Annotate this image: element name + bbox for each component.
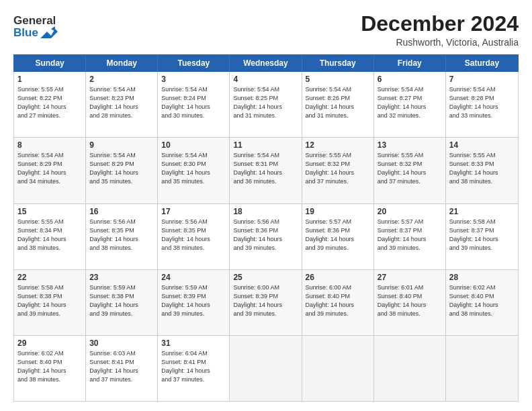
header-sunday: Sunday	[14, 55, 86, 71]
logo-icon	[40, 26, 58, 38]
calendar: Sunday Monday Tuesday Wednesday Thursday…	[13, 54, 519, 402]
day-13: 13 Sunrise: 5:55 AMSunset: 8:32 PMDaylig…	[374, 138, 446, 203]
day-23: 23 Sunrise: 5:59 AMSunset: 8:38 PMDaylig…	[86, 270, 158, 335]
svg-marker-0	[40, 29, 58, 38]
header-monday: Monday	[86, 55, 158, 71]
day-14: 14 Sunrise: 5:55 AMSunset: 8:33 PMDaylig…	[446, 138, 518, 203]
day-17: 17 Sunrise: 5:56 AMSunset: 8:35 PMDaylig…	[158, 204, 230, 269]
week-2: 8 Sunrise: 5:54 AMSunset: 8:29 PMDayligh…	[14, 138, 518, 203]
week-4: 22 Sunrise: 5:58 AMSunset: 8:38 PMDaylig…	[14, 270, 518, 336]
day-16: 16 Sunrise: 5:56 AMSunset: 8:35 PMDaylig…	[86, 204, 158, 269]
location-title: Rushworth, Victoria, Australia	[361, 37, 519, 48]
day-24: 24 Sunrise: 5:59 AMSunset: 8:39 PMDaylig…	[158, 270, 230, 335]
month-title: December 2024	[361, 12, 519, 36]
header-thursday: Thursday	[302, 55, 374, 71]
empty-cell-2	[302, 336, 374, 401]
svg-marker-1	[51, 26, 55, 32]
header: General Blue December 2024 Rushworth, Vi…	[13, 12, 519, 48]
day-4: 4 Sunrise: 5:54 AMSunset: 8:25 PMDayligh…	[230, 72, 302, 137]
day-25: 25 Sunrise: 6:00 AMSunset: 8:39 PMDaylig…	[230, 270, 302, 335]
week-3: 15 Sunrise: 5:55 AMSunset: 8:34 PMDaylig…	[14, 204, 518, 270]
day-8: 8 Sunrise: 5:54 AMSunset: 8:29 PMDayligh…	[14, 138, 86, 203]
day-3: 3 Sunrise: 5:54 AMSunset: 8:24 PMDayligh…	[158, 72, 230, 137]
day-20: 20 Sunrise: 5:57 AMSunset: 8:37 PMDaylig…	[374, 204, 446, 269]
empty-cell-3	[374, 336, 446, 401]
day-26: 26 Sunrise: 6:00 AMSunset: 8:40 PMDaylig…	[302, 270, 374, 335]
day-28: 28 Sunrise: 6:02 AMSunset: 8:40 PMDaylig…	[446, 270, 518, 335]
title-block: December 2024 Rushworth, Victoria, Austr…	[361, 12, 519, 48]
calendar-body: 1 Sunrise: 5:55 AMSunset: 8:22 PMDayligh…	[13, 72, 519, 402]
day-10: 10 Sunrise: 5:54 AMSunset: 8:30 PMDaylig…	[158, 138, 230, 203]
day-19: 19 Sunrise: 5:57 AMSunset: 8:36 PMDaylig…	[302, 204, 374, 269]
day-2: 2 Sunrise: 5:54 AMSunset: 8:23 PMDayligh…	[86, 72, 158, 137]
header-wednesday: Wednesday	[230, 55, 302, 71]
day-27: 27 Sunrise: 6:01 AMSunset: 8:40 PMDaylig…	[374, 270, 446, 335]
day-1: 1 Sunrise: 5:55 AMSunset: 8:22 PMDayligh…	[14, 72, 86, 137]
header-friday: Friday	[374, 55, 446, 71]
calendar-header: Sunday Monday Tuesday Wednesday Thursday…	[13, 54, 519, 72]
day-29: 29 Sunrise: 6:02 AMSunset: 8:40 PMDaylig…	[14, 336, 86, 401]
logo: General Blue	[13, 15, 58, 38]
day-21: 21 Sunrise: 5:58 AMSunset: 8:37 PMDaylig…	[446, 204, 518, 269]
day-9: 9 Sunrise: 5:54 AMSunset: 8:29 PMDayligh…	[86, 138, 158, 203]
week-1: 1 Sunrise: 5:55 AMSunset: 8:22 PMDayligh…	[14, 72, 518, 138]
page: General Blue December 2024 Rushworth, Vi…	[0, 0, 532, 411]
header-saturday: Saturday	[446, 55, 518, 71]
day-30: 30 Sunrise: 6:03 AMSunset: 8:41 PMDaylig…	[86, 336, 158, 401]
day-7: 7 Sunrise: 5:54 AMSunset: 8:28 PMDayligh…	[446, 72, 518, 137]
day-12: 12 Sunrise: 5:55 AMSunset: 8:32 PMDaylig…	[302, 138, 374, 203]
logo-general: General	[13, 15, 58, 26]
day-11: 11 Sunrise: 5:54 AMSunset: 8:31 PMDaylig…	[230, 138, 302, 203]
week-5: 29 Sunrise: 6:02 AMSunset: 8:40 PMDaylig…	[14, 336, 518, 401]
day-22: 22 Sunrise: 5:58 AMSunset: 8:38 PMDaylig…	[14, 270, 86, 335]
day-5: 5 Sunrise: 5:54 AMSunset: 8:26 PMDayligh…	[302, 72, 374, 137]
logo-blue: Blue	[13, 27, 38, 38]
day-31: 31 Sunrise: 6:04 AMSunset: 8:41 PMDaylig…	[158, 336, 230, 401]
day-6: 6 Sunrise: 5:54 AMSunset: 8:27 PMDayligh…	[374, 72, 446, 137]
day-18: 18 Sunrise: 5:56 AMSunset: 8:36 PMDaylig…	[230, 204, 302, 269]
day-15: 15 Sunrise: 5:55 AMSunset: 8:34 PMDaylig…	[14, 204, 86, 269]
empty-cell-4	[446, 336, 518, 401]
header-tuesday: Tuesday	[158, 55, 230, 71]
empty-cell-1	[230, 336, 302, 401]
